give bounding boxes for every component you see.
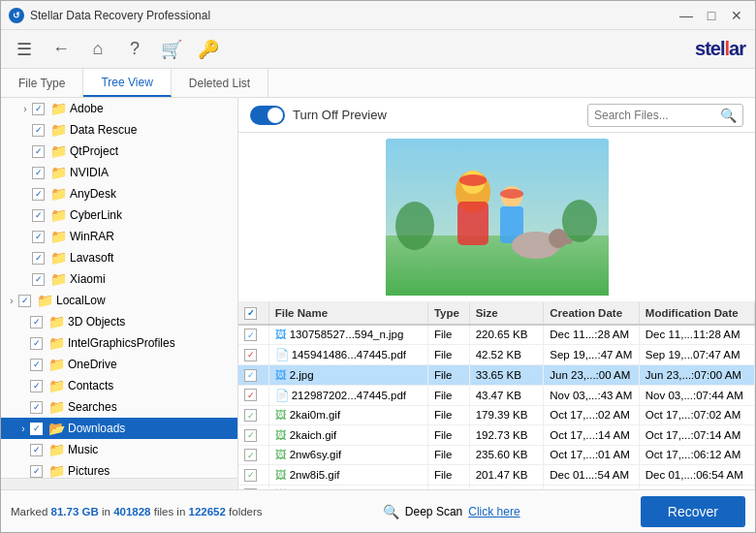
row-checkbox[interactable] (238, 345, 268, 365)
minimize-button[interactable]: — (676, 5, 697, 26)
search-input[interactable] (594, 109, 720, 122)
tree-item-adobe[interactable]: › 📁 Adobe (1, 98, 237, 119)
row-created: Dec 11...:28 AM (544, 325, 640, 345)
deep-scan: 🔍 Deep Scan Click here (383, 504, 520, 519)
tree-item-pictures[interactable]: 📁 Pictures (1, 460, 237, 478)
row-size: 235.60 KB (469, 445, 544, 465)
help-button[interactable]: ? (121, 36, 148, 63)
tree-item-searches[interactable]: 📁 Searches (1, 396, 237, 418)
col-header-size[interactable]: Size (469, 302, 544, 325)
recover-button[interactable]: Recover (641, 496, 745, 527)
row-checkbox[interactable] (238, 465, 268, 486)
tab-file-type[interactable]: File Type (1, 69, 83, 97)
tree-item-onedrive[interactable]: 📁 OneDrive (1, 354, 237, 375)
file-table-container[interactable]: File Name Type Size Creation Date Modifi… (238, 302, 755, 489)
row-checkbox[interactable] (238, 365, 268, 386)
tree-item-cyberlink[interactable]: 📁 CyberLink (1, 204, 237, 226)
select-all-checkbox[interactable] (244, 307, 257, 320)
tree-item-nvidia[interactable]: 📁 NVIDIA (1, 162, 237, 183)
checkbox-contacts[interactable] (30, 380, 43, 392)
preview-area (238, 133, 755, 302)
col-header-name[interactable]: File Name (268, 302, 427, 325)
folder-icon: 📁 (48, 399, 65, 415)
checkbox-xiaomi[interactable] (32, 273, 45, 286)
checkbox-cyberlink[interactable] (32, 209, 45, 222)
col-header-created[interactable]: Creation Date (544, 302, 640, 325)
checkbox-onedrive[interactable] (30, 359, 43, 371)
row-checkbox[interactable] (238, 405, 268, 425)
col-header-type[interactable]: Type (427, 302, 469, 325)
row-checkbox[interactable] (238, 385, 268, 405)
tree-item-winrar[interactable]: 📁 WinRAR (1, 226, 237, 247)
maximize-button[interactable]: □ (701, 5, 722, 26)
tree-item-xiaomi[interactable]: 📁 Xiaomi (1, 268, 237, 290)
back-button[interactable]: ← (47, 36, 75, 63)
table-row[interactable]: 📄145941486...47445.pdf File 42.52 KB Sep… (238, 345, 755, 365)
checkbox-lavasoft[interactable] (32, 252, 45, 265)
tabbar: File Type Tree View Deleted List (1, 69, 755, 98)
main-window: ↺ Stellar Data Recovery Professional — □… (0, 0, 756, 533)
tree-item-anydesk[interactable]: 📁 AnyDesk (1, 183, 237, 204)
folder-icon: 📁 (48, 357, 65, 372)
tree-label: Data Rescue (70, 123, 137, 137)
folder-icon: 📁 (50, 229, 67, 244)
tab-tree-view[interactable]: Tree View (83, 69, 171, 97)
checkbox-3d-objects[interactable] (30, 316, 43, 329)
tree-item-3d-objects[interactable]: 📁 3D Objects (1, 311, 237, 332)
row-checkbox[interactable] (238, 445, 268, 465)
col-header-check[interactable] (238, 302, 268, 325)
table-row[interactable]: 🖼2nw6sy.gif File 235.60 KB Oct 17,...:01… (238, 445, 755, 465)
tree-label: Lavasoft (70, 251, 113, 265)
col-header-modified[interactable]: Modification Date (639, 302, 754, 325)
row-modified: Oct 17,...:06:12 AM (639, 445, 754, 465)
close-button[interactable]: ✕ (726, 5, 747, 26)
row-type: File (427, 405, 469, 425)
checkbox-searches[interactable] (30, 401, 43, 414)
file-table: File Name Type Size Creation Date Modifi… (238, 302, 755, 489)
sidebar-hscroll[interactable] (1, 478, 237, 489)
table-row[interactable]: 🖼2.jpg File 33.65 KB Jun 23,...:00 AM Ju… (238, 365, 755, 386)
checkbox-nvidia[interactable] (32, 167, 45, 179)
tree-item-data-rescue[interactable]: 📁 Data Rescue (1, 119, 237, 141)
checkbox-adobe[interactable] (32, 103, 45, 115)
preview-image (386, 139, 609, 296)
checkbox-localow[interactable] (18, 295, 31, 307)
table-row[interactable]: 🖼130758527...594_n.jpg File 220.65 KB De… (238, 325, 755, 345)
checkbox-intel[interactable] (30, 337, 43, 350)
deep-scan-label: Deep Scan (405, 505, 462, 518)
home-button[interactable]: ⌂ (84, 36, 111, 63)
row-name: 🖼2kaich.gif (268, 425, 427, 446)
tree-item-lavasoft[interactable]: 📁 Lavasoft (1, 247, 237, 268)
folder-icon: 📁 (37, 293, 53, 308)
checkbox-data-rescue[interactable] (32, 124, 45, 137)
click-here-link[interactable]: Click here (468, 505, 520, 518)
table-row[interactable]: 🖼2kai0m.gif File 179.39 KB Oct 17,...:02… (238, 405, 755, 425)
tree-item-intel[interactable]: 📁 IntelGraphicsProfiles (1, 332, 237, 354)
tree-item-music[interactable]: 📁 Music (1, 439, 237, 460)
tree-item-localow[interactable]: › 📁 LocalLow (1, 290, 237, 311)
table-row[interactable]: 🖼2nw8i5.gif File 201.47 KB Dec 01...:54 … (238, 465, 755, 486)
folder-icon: 📁 (50, 165, 67, 180)
checkbox-downloads[interactable] (30, 423, 43, 435)
row-created: Oct 17,...:14 AM (544, 425, 640, 446)
checkbox-anydesk[interactable] (32, 188, 45, 201)
table-row[interactable]: 🖼2kaich.gif File 192.73 KB Oct 17,...:14… (238, 425, 755, 446)
menu-button[interactable]: ☰ (11, 36, 38, 63)
row-type: File (427, 445, 469, 465)
table-row[interactable]: 📄212987202...47445.pdf File 43.47 KB Nov… (238, 385, 755, 405)
cart-button[interactable]: 🛒 (158, 36, 185, 63)
tab-deleted-list[interactable]: Deleted List (172, 69, 268, 97)
sidebar: › 📁 Adobe 📁 Data Rescue 📁 Qt (1, 98, 238, 489)
tree-item-qtproject[interactable]: 📁 QtProject (1, 141, 237, 162)
key-button[interactable]: 🔑 (195, 36, 222, 63)
checkbox-winrar[interactable] (32, 231, 45, 243)
row-checkbox[interactable] (238, 325, 268, 345)
preview-toggle[interactable] (250, 106, 285, 125)
row-checkbox[interactable] (238, 425, 268, 446)
tree-container[interactable]: › 📁 Adobe 📁 Data Rescue 📁 Qt (1, 98, 237, 478)
checkbox-music[interactable] (30, 444, 43, 456)
tree-item-downloads[interactable]: › 📂 Downloads (1, 418, 237, 439)
tree-item-contacts[interactable]: 📁 Contacts (1, 375, 237, 396)
checkbox-pictures[interactable] (30, 465, 43, 478)
checkbox-qtproject[interactable] (32, 145, 45, 158)
